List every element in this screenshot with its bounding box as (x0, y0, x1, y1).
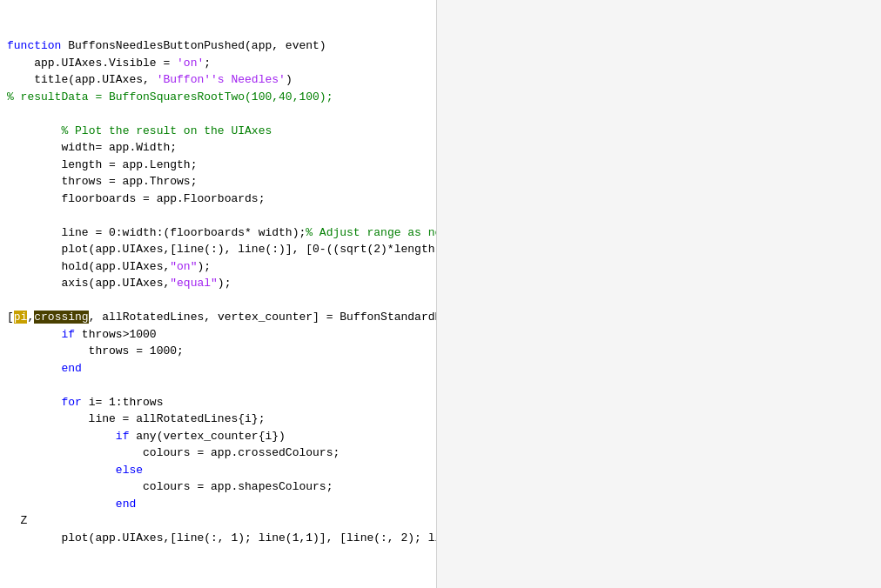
line-12: line = 0:width:(floorboards* width);% Ad… (0, 226, 437, 239)
line-1: function BuffonsNeedlesButtonPushed(app,… (0, 39, 333, 52)
editor-container: function BuffonsNeedlesButtonPushed(app,… (0, 0, 881, 588)
line-23: line = allRotatedLines{i}; (0, 412, 272, 425)
code-content: function BuffonsNeedlesButtonPushed(app,… (0, 0, 436, 588)
line-16 (0, 294, 21, 307)
editor-wrapper: function BuffonsNeedlesButtonPushed(app,… (0, 0, 881, 588)
line-20: end (0, 362, 89, 375)
line-4: % resultData = BuffonSquaresRootTwo(100,… (0, 90, 340, 104)
line-25: colours = app.crossedColours; (0, 446, 346, 459)
line-26: else (0, 464, 150, 477)
line-7: width= app.Width; (0, 141, 184, 154)
code-area[interactable]: function BuffonsNeedlesButtonPushed(app,… (0, 0, 437, 588)
line-22: for i= 1:throws (0, 396, 170, 409)
line-2: app.UIAxes.Visible = 'on'; (0, 57, 218, 70)
line-19: throws = 1000; (0, 344, 191, 357)
line-5 (0, 107, 21, 120)
line-18: if throws>1000 (0, 328, 164, 341)
line-13: plot(app.UIAxes,[line(:), line(:)], [0-(… (0, 243, 437, 256)
line-3: title(app.UIAxes, 'Buffon''s Needles') (0, 73, 299, 86)
line-14: hold(app.UIAxes,"on"); (0, 260, 218, 273)
line-33 (0, 582, 21, 588)
line-10: floorboards = app.Floorboards; (0, 192, 272, 205)
line-27: colours = app.shapesColours; (0, 480, 340, 493)
line-6: % Plot the result on the UIAxes (0, 124, 279, 137)
line-15: axis(app.UIAxes,"equal"); (0, 277, 238, 290)
line-21 (0, 378, 21, 391)
line-30: plot(app.UIAxes,[line(:, 1); line(1,1)],… (0, 531, 437, 545)
line-32 (0, 565, 21, 578)
line-11 (0, 209, 21, 222)
line-31 (0, 548, 21, 561)
line-8: length = app.Length; (0, 158, 204, 171)
line-28: end (0, 498, 143, 511)
line-24: if any(vertex_counter{i}) (0, 430, 293, 443)
right-panel (437, 0, 881, 588)
line-9: throws = app.Throws; (0, 175, 204, 188)
line-17: [pi,crossing, allRotatedLines, vertex_co… (0, 311, 437, 324)
line-29: Z (0, 514, 34, 527)
